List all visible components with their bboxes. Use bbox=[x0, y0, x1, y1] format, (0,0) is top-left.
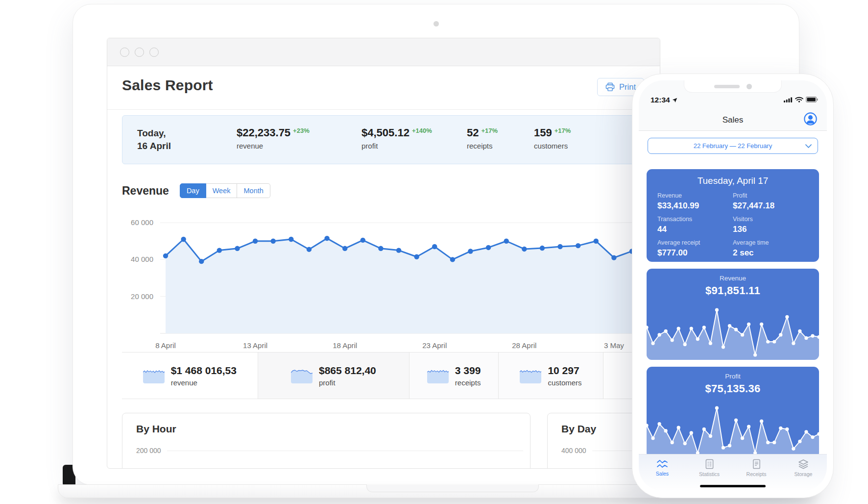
sparkline-icon bbox=[520, 368, 541, 383]
report-header: Sales Report Print bbox=[107, 66, 660, 110]
today-stat-customers: 159+17% customers bbox=[534, 126, 571, 150]
phone-revenue-label: Revenue bbox=[647, 275, 819, 282]
by-day-card: By Day 400 000 bbox=[547, 413, 646, 469]
revenue-title: Revenue bbox=[122, 184, 169, 198]
total-revenue[interactable]: $1 468 016,53revenue bbox=[122, 353, 258, 399]
total-customers[interactable]: 10 297customers bbox=[498, 353, 603, 399]
summary-revenue: Revenue $33,410.99 bbox=[657, 192, 733, 211]
phone-profit-value: $75,135.36 bbox=[647, 382, 819, 395]
phone-notch bbox=[684, 80, 782, 93]
totals-row: $1 468 016,53revenue $865 812,40profit bbox=[122, 352, 645, 399]
date-range-label: 22 February — 22 February bbox=[694, 142, 772, 150]
browser-window: Sales Report Print bbox=[107, 38, 660, 469]
signal-icon bbox=[784, 97, 793, 102]
svg-text:20 000: 20 000 bbox=[131, 292, 153, 301]
page-title: Sales Report bbox=[122, 77, 213, 94]
status-icons bbox=[784, 97, 818, 102]
avatar-icon[interactable] bbox=[804, 112, 817, 126]
svg-text:8 April: 8 April bbox=[155, 341, 176, 350]
tab-month[interactable]: Month bbox=[237, 183, 270, 198]
tab-day[interactable]: Day bbox=[180, 183, 206, 198]
summary-average-receipt: Average receipt $777.00 bbox=[657, 239, 733, 258]
svg-text:40 000: 40 000 bbox=[131, 255, 153, 263]
svg-text:13 April: 13 April bbox=[243, 341, 267, 350]
tab-week[interactable]: Week bbox=[206, 183, 238, 198]
wifi-icon bbox=[795, 97, 803, 102]
summary-visitors: Visitors 136 bbox=[733, 216, 808, 234]
phone-profit-label: Profit bbox=[647, 373, 819, 380]
storage-layers-icon bbox=[797, 459, 809, 469]
daily-summary-grid: Revenue $33,410.99 Profit $27,447.18 Tra… bbox=[647, 186, 819, 258]
battery-icon bbox=[806, 97, 818, 102]
window-control-maximize[interactable] bbox=[149, 48, 159, 57]
window-control-minimize[interactable] bbox=[135, 48, 144, 57]
phone-profit-chart bbox=[647, 400, 819, 458]
print-label: Print bbox=[619, 82, 636, 92]
window-titlebar bbox=[107, 38, 660, 66]
revenue-line-chart: 20 00040 00060 0008 April13 April18 Apri… bbox=[122, 205, 645, 352]
daily-summary-card: Tuesday, April 17 Revenue $33,410.99 Pro… bbox=[647, 169, 819, 262]
svg-text:28 April: 28 April bbox=[512, 341, 536, 350]
home-indicator[interactable] bbox=[700, 485, 766, 487]
location-arrow-icon bbox=[672, 98, 677, 103]
tab-storage[interactable]: Storage bbox=[780, 454, 827, 491]
today-summary-bar: Today, 16 April $22,233.75+23% revenue $… bbox=[122, 115, 645, 164]
by-day-axis: 400 000 bbox=[561, 447, 639, 454]
printer-icon bbox=[605, 82, 615, 92]
sparkline-icon bbox=[427, 368, 449, 383]
phone-revenue-chart bbox=[647, 302, 819, 360]
today-stat-revenue: $22,233.75+23% revenue bbox=[237, 126, 310, 150]
page: Sales Report Print bbox=[0, 0, 868, 504]
statistics-icon bbox=[705, 459, 714, 469]
by-hour-card: By Hour 200 000 bbox=[122, 413, 530, 469]
tab-sales[interactable]: Sales bbox=[639, 454, 686, 491]
phone-nav-title: Sales bbox=[639, 115, 827, 125]
sparkline-icon bbox=[291, 368, 313, 383]
revenue-section-header: Revenue Day Week Month bbox=[122, 183, 270, 198]
phone-screen: 12:34 bbox=[639, 80, 827, 491]
receipts-delta: +17% bbox=[481, 127, 498, 134]
today-stat-receipts: 52+17% receipts bbox=[467, 126, 498, 150]
phone-revenue-value: $91,851.11 bbox=[647, 284, 819, 297]
chevron-down-icon bbox=[805, 144, 812, 148]
sparkline-icon bbox=[143, 368, 165, 383]
laptop-camera-dot bbox=[434, 21, 439, 26]
daily-summary-title: Tuesday, April 17 bbox=[647, 176, 819, 186]
sales-chart-icon bbox=[656, 459, 668, 469]
status-time: 12:34 bbox=[651, 96, 677, 104]
svg-text:3 May: 3 May bbox=[604, 341, 624, 350]
date-range-button[interactable]: 22 February — 22 February bbox=[648, 138, 818, 154]
revenue-delta: +23% bbox=[293, 127, 310, 134]
phone-profit-card: Profit $75,135.36 bbox=[647, 367, 819, 458]
by-hour-axis: 200 000 bbox=[136, 447, 523, 454]
today-date: Today, 16 April bbox=[137, 127, 171, 152]
profit-delta: +140% bbox=[412, 127, 432, 134]
front-camera-dot bbox=[747, 84, 752, 89]
phone-mockup: 12:34 bbox=[632, 74, 834, 498]
speaker-slot bbox=[714, 85, 740, 88]
customers-delta: +17% bbox=[555, 127, 571, 134]
total-profit[interactable]: $865 812,40profit bbox=[258, 353, 410, 399]
svg-text:60 000: 60 000 bbox=[131, 218, 153, 227]
receipts-icon bbox=[752, 459, 761, 469]
total-receipts[interactable]: 3 399receipts bbox=[409, 353, 498, 399]
summary-transactions: Transactions 44 bbox=[657, 216, 733, 234]
svg-text:23 April: 23 April bbox=[422, 341, 447, 350]
summary-average-time: Average time 2 sec bbox=[733, 239, 808, 258]
phone-revenue-card: Revenue $91,851.11 bbox=[647, 269, 819, 360]
svg-text:18 April: 18 April bbox=[333, 341, 357, 350]
summary-profit: Profit $27,447.18 bbox=[733, 192, 808, 211]
laptop-lip bbox=[366, 484, 539, 492]
window-control-close[interactable] bbox=[120, 48, 129, 57]
period-toggle: Day Week Month bbox=[180, 183, 270, 198]
by-hour-title: By Hour bbox=[136, 423, 530, 435]
today-stat-profit: $4,505.12+140% profit bbox=[362, 126, 432, 150]
